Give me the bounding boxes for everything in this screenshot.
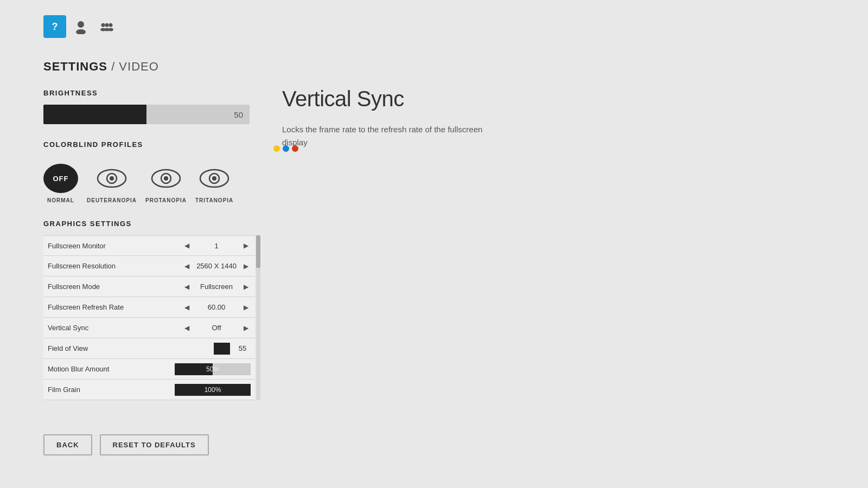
colorblind-tritanopia[interactable]: TRITANOPIA (195, 164, 233, 203)
row-fullscreen-monitor: Fullscreen Monitor ◀ 1 ▶ (43, 235, 255, 256)
label-vertical-sync: Vertical Sync (48, 324, 156, 332)
settings-list: Fullscreen Monitor ◀ 1 ▶ Fullscreen Reso… (43, 235, 255, 400)
arrow-left-resolution[interactable]: ◀ (182, 262, 192, 271)
value-film-grain: 100% (175, 386, 251, 394)
brightness-label: BRIGHTNESS (43, 89, 298, 97)
control-field-of-view: 55 (214, 343, 251, 355)
deuteranopia-label: DEUTERANOPIA (87, 197, 137, 203)
value-motion-blur: 50% (175, 365, 251, 373)
arrow-right-refresh[interactable]: ▶ (241, 303, 251, 312)
control-fullscreen-refresh: ◀ 60.00 ▶ (182, 303, 251, 312)
control-vertical-sync: ◀ Off ▶ (182, 324, 251, 332)
row-fullscreen-refresh: Fullscreen Refresh Rate ◀ 60.00 ▶ (43, 297, 255, 318)
arrow-right-fullscreen-monitor[interactable]: ▶ (241, 241, 251, 250)
row-motion-blur: Motion Blur Amount 50% (43, 359, 255, 380)
back-button[interactable]: BACK (43, 434, 92, 455)
yellow-dot (273, 145, 280, 152)
colorblind-deuteranopia[interactable]: DEUTERANOPIA (87, 164, 137, 203)
label-fullscreen-refresh: Fullscreen Refresh Rate (48, 303, 156, 311)
reset-defaults-button[interactable]: RESET TO DEFAULTS (100, 434, 209, 455)
colorblind-section: COLORBLIND PROFILES OFF NORMAL (43, 140, 298, 203)
label-motion-blur: Motion Blur Amount (48, 365, 156, 373)
page-title: SETTINGS / VIDEO (43, 60, 298, 74)
row-vertical-sync: Vertical Sync ◀ Off ▶ (43, 318, 255, 338)
colorblind-protanopia[interactable]: PROTANOPIA (145, 164, 187, 203)
colorblind-normal[interactable]: OFF NORMAL (43, 164, 78, 203)
svg-point-2 (78, 21, 84, 28)
group-nav-icon[interactable] (95, 15, 118, 38)
control-film-grain: 100% (175, 384, 251, 396)
control-fullscreen-monitor: ◀ 1 ▶ (182, 241, 251, 250)
svg-point-15 (164, 176, 168, 181)
scrollbar-thumb[interactable] (256, 235, 260, 268)
value-vertical-sync: Off (195, 324, 238, 332)
value-fullscreen-refresh: 60.00 (195, 303, 238, 311)
protanopia-icon-wrap (149, 164, 183, 193)
main-content: SETTINGS / VIDEO BRIGHTNESS 50 COLORBLIN… (43, 60, 298, 400)
svg-text:?: ? (52, 21, 58, 32)
tritanopia-label: TRITANOPIA (195, 197, 233, 203)
graphics-label: GRAPHICS SETTINGS (43, 220, 298, 228)
settings-list-container: Fullscreen Monitor ◀ 1 ▶ Fullscreen Reso… (43, 235, 260, 400)
colorblind-header: COLORBLIND PROFILES (43, 140, 298, 156)
arrow-left-refresh[interactable]: ◀ (182, 303, 192, 312)
control-fullscreen-mode: ◀ Fullscreen ▶ (182, 282, 251, 291)
scrollbar-track (256, 235, 260, 400)
value-fullscreen-monitor: 1 (195, 242, 238, 250)
arrow-right-mode[interactable]: ▶ (241, 282, 251, 291)
colorblind-label: COLORBLIND PROFILES (43, 140, 143, 149)
colorblind-options: OFF NORMAL DEUTERANOPIA (43, 164, 298, 203)
deuteranopia-icon-wrap (94, 164, 129, 193)
brightness-section: BRIGHTNESS 50 (43, 89, 298, 124)
row-field-of-view: Field of View 55 (43, 338, 255, 359)
svg-point-4 (101, 23, 105, 27)
row-fullscreen-mode: Fullscreen Mode ◀ Fullscreen ▶ (43, 277, 255, 297)
brightness-fill (43, 105, 146, 124)
arrow-right-vsync[interactable]: ▶ (241, 324, 251, 332)
svg-point-18 (212, 176, 216, 181)
row-fullscreen-resolution: Fullscreen Resolution ◀ 2560 X 1440 ▶ (43, 256, 255, 277)
svg-point-3 (76, 29, 86, 34)
normal-icon-wrap: OFF (43, 164, 78, 193)
title-separator: / (107, 60, 119, 73)
control-fullscreen-resolution: ◀ 2560 X 1440 ▶ (182, 262, 251, 271)
off-box: OFF (43, 164, 78, 193)
arrow-left-fullscreen-monitor[interactable]: ◀ (182, 241, 192, 250)
svg-point-12 (110, 176, 114, 181)
right-panel: Vertical Sync Locks the frame rate to th… (282, 87, 608, 149)
label-field-of-view: Field of View (48, 344, 156, 352)
tritanopia-icon-wrap (197, 164, 232, 193)
value-fullscreen-mode: Fullscreen (195, 282, 238, 291)
fov-box (214, 343, 230, 355)
protanopia-label: PROTANOPIA (145, 197, 187, 203)
control-motion-blur: 50% (175, 363, 251, 375)
svg-point-8 (109, 23, 113, 27)
title-light: VIDEO (119, 60, 158, 73)
label-fullscreen-monitor: Fullscreen Monitor (48, 242, 156, 250)
label-fullscreen-resolution: Fullscreen Resolution (48, 262, 156, 270)
graphics-section: GRAPHICS SETTINGS Fullscreen Monitor ◀ 1… (43, 220, 298, 400)
brightness-value: 50 (234, 110, 243, 119)
label-film-grain: Film Grain (48, 386, 156, 394)
help-nav-icon[interactable]: ? (43, 15, 66, 38)
arrow-left-vsync[interactable]: ◀ (182, 324, 192, 332)
label-fullscreen-mode: Fullscreen Mode (48, 282, 156, 291)
brightness-slider[interactable]: 50 (43, 105, 250, 124)
title-bold: SETTINGS (43, 60, 107, 73)
top-nav: ? (43, 15, 118, 38)
off-label: OFF (53, 175, 69, 183)
motion-blur-slider[interactable]: 50% (175, 363, 251, 375)
bottom-buttons: BACK RESET TO DEFAULTS (43, 434, 209, 455)
row-film-grain: Film Grain 100% (43, 380, 255, 400)
detail-title: Vertical Sync (282, 87, 608, 111)
detail-description: Locks the frame rate to the refresh rate… (282, 123, 488, 149)
arrow-right-resolution[interactable]: ▶ (241, 262, 251, 271)
arrow-left-mode[interactable]: ◀ (182, 282, 192, 291)
film-grain-slider[interactable]: 100% (175, 384, 251, 396)
value-fullscreen-resolution: 2560 X 1440 (195, 262, 238, 270)
svg-point-6 (105, 23, 109, 27)
user-nav-icon[interactable] (69, 15, 92, 38)
value-field-of-view: 55 (234, 344, 251, 352)
svg-point-9 (108, 28, 113, 31)
normal-label: NORMAL (47, 197, 74, 203)
